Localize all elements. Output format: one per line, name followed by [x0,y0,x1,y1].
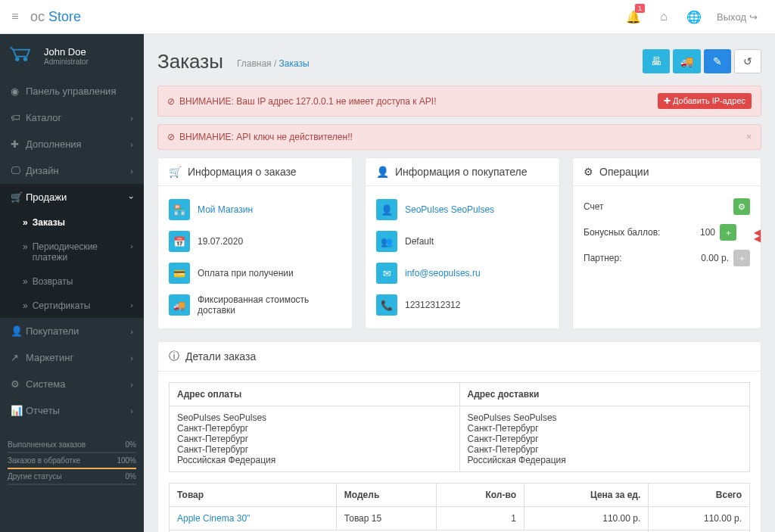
calendar-icon: 📅 [169,231,190,252]
nav-marketing[interactable]: ↗Маркетинг› [0,344,144,371]
envelope-icon: ✉ [376,263,397,284]
product-model: Товар 15 [336,507,436,530]
ops-points-value: 100 [700,227,715,238]
reply-icon: ↺ [743,55,752,67]
customer-phone: 12312312312 [405,300,460,310]
share-icon: ↗ [11,352,26,363]
print-invoice-button[interactable]: 🖶 [643,49,670,73]
subnav-orders[interactable]: Заказы [0,210,144,235]
ops-affiliate-value: 0.00 р. [701,253,729,263]
add-points-button[interactable]: ＋ [720,224,736,241]
order-info-title: Информация о заказе [188,166,297,178]
phone-icon: 📞 [376,294,397,316]
store-icon: 🏪 [169,199,190,220]
breadcrumb-home[interactable]: Главная [237,58,272,69]
order-info-panel: 🛒Информация о заказе 🏪Мой Магазин 📅19.07… [157,157,353,329]
svg-point-1 [24,58,27,61]
print-shipping-button[interactable]: 🚚 [673,49,701,73]
product-quantity: 1 [437,507,524,530]
nav-reports[interactable]: 📊Отчеты› [0,397,144,424]
ops-affiliate-label: Партнер: [584,253,701,263]
pencil-icon: ✎ [713,55,722,67]
dashboard-icon: ◉ [11,86,26,97]
nav-extensions[interactable]: ✚Дополнения› [0,131,144,157]
nav-sales[interactable]: 🛒Продажи› [0,184,144,210]
order-store-link[interactable]: Мой Магазин [198,204,253,215]
truck-icon: 🚚 [680,55,693,67]
nav-design[interactable]: 🖵Дизайн› [0,157,144,184]
tags-icon: 🏷 [11,112,26,123]
cart-icon: 🛒 [11,191,26,203]
products-table: Товар Модель Кол-во Цена за ед. Всего Ap… [169,483,750,532]
order-shipping: Фиксированная стоимость доставки [198,294,341,316]
col-product: Товар [170,484,337,507]
operations-title: Операции [599,166,649,178]
order-details-panel: ⓘДетали заказа Адрес оплаты Адрес достав… [157,341,761,532]
logo-prefix: oc [30,9,45,24]
customer-group: Default [405,236,434,247]
details-title: Детали заказа [185,350,256,362]
chevron-right-icon: › [130,241,133,263]
home-button[interactable]: ⌂ [650,3,677,30]
edit-button[interactable]: ✎ [704,49,731,73]
generate-invoice-button[interactable]: ⚙ [733,198,750,215]
product-name-link[interactable]: Apple Cinema 30" [177,513,250,524]
alert-ip-text: ВНИМАНИЕ: Ваш IP адрес 127.0.0.1 не имее… [179,96,437,107]
cart-icon [9,45,36,67]
user-icon: 👤 [376,166,389,178]
address-table: Адрес оплаты Адрес доставки SeoPulses Se… [169,382,750,472]
puzzle-icon: ✚ [11,138,26,150]
plus-icon: ＋ [738,253,746,264]
store-front-button[interactable]: 🌐 [680,3,708,30]
subnav-returns[interactable]: Возвраты [0,269,144,294]
col-quantity: Кол-во [437,484,524,507]
nav-customers[interactable]: 👤Покупатели› [0,318,144,344]
logo-main: Store [48,9,81,24]
cart-icon: 🛒 [169,166,182,178]
logo[interactable]: oc Store [30,9,81,25]
notifications-button[interactable]: 🔔 1 [620,3,647,30]
back-button[interactable]: ↺ [734,49,761,73]
print-icon: 🖶 [651,55,661,67]
user-panel: John Doe Administrator [0,34,144,78]
gear-icon: ⚙ [11,378,26,390]
logout-label: Выход [717,11,746,23]
nav-dashboard[interactable]: ◉Панель управления [0,78,144,104]
add-affiliate-button[interactable]: ＋ [733,250,750,266]
notifications-badge: 1 [635,4,645,13]
stats-panel: Выполненных заказов0% Заказов в обработк… [8,437,136,485]
chevron-right-icon: › [130,114,133,123]
subnav-vouchers[interactable]: Сертификаты› [0,294,144,318]
customer-info-panel: 👤Информация о покупателе 👤SeoPulses SeoP… [365,157,560,329]
warning-icon: ⊘ [167,132,175,142]
customer-name-link[interactable]: SeoPulses SeoPulses [405,204,494,215]
shipping-address-header: Адрес доставки [459,383,750,406]
nav-catalog[interactable]: 🏷Каталог› [0,104,144,131]
close-icon[interactable]: × [746,132,752,142]
chevron-right-icon: › [130,353,133,362]
logout-icon: ↪ [749,11,758,23]
chart-icon: 📊 [11,405,26,416]
payment-address-cell: SeoPulses SeoPulsesСанкт-ПетербургСанкт-… [170,406,460,472]
order-payment: Оплата при получении [198,268,294,278]
home-icon: ⌂ [660,10,668,23]
warning-icon: ⊘ [167,96,175,107]
add-ip-button[interactable]: ✚ Добавить IP-адрес [658,93,752,109]
col-model: Модель [336,484,436,507]
breadcrumb-current[interactable]: Заказы [279,58,310,69]
menu-toggle[interactable]: ≡ [0,10,30,23]
user-icon: 👤 [376,199,397,220]
ops-points-label: Бонусных баллов: [584,227,700,238]
nav-system[interactable]: ⚙Система› [0,371,144,397]
customer-email-link[interactable]: info@seopulses.ru [405,268,481,278]
product-total: 110.00 р. [649,507,750,530]
chevron-right-icon: › [130,166,133,176]
shipping-address-cell: SeoPulses SeoPulsesСанкт-ПетербургСанкт-… [459,406,750,472]
order-date: 19.07.2020 [198,236,243,247]
truck-icon: 🚚 [169,294,190,316]
alert-ip: ⊘ ВНИМАНИЕ: Ваш IP адрес 127.0.0.1 не им… [157,86,761,117]
stat-bar-other [8,484,136,485]
subnav-recurring[interactable]: Периодические платежи› [0,235,144,269]
logout-button[interactable]: Выход ↪ [711,3,764,30]
chevron-right-icon: › [130,380,133,389]
